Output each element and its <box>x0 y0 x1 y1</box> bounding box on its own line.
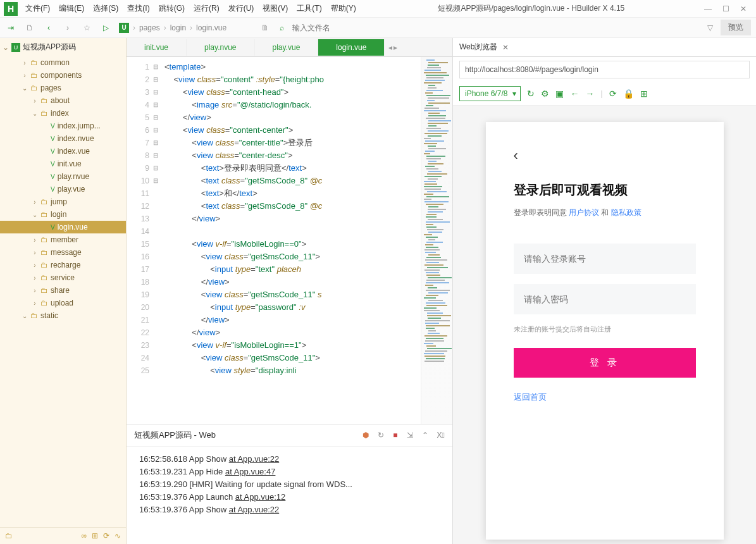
save-icon[interactable]: 🗋 <box>24 22 35 34</box>
editor-tab[interactable]: init.vue <box>127 39 187 56</box>
login-button[interactable]: 登 录 <box>514 348 696 378</box>
close-button[interactable]: ✕ <box>738 4 748 14</box>
menu-item[interactable]: 运行(R) <box>190 1 223 16</box>
footer-icon[interactable]: ⊞ <box>92 531 98 540</box>
menu-item[interactable]: 查找(I) <box>123 1 153 16</box>
tab-next-icon[interactable]: ▸ <box>393 43 397 52</box>
menu-item[interactable]: 发行(U) <box>225 1 258 16</box>
menu-item[interactable]: 视图(V) <box>259 1 292 16</box>
file-search-input[interactable] <box>292 23 419 32</box>
search-icon[interactable]: ⌕ <box>276 22 287 34</box>
tree-folder[interactable]: ›🗀 share <box>0 284 126 297</box>
lock-icon[interactable]: 🔒 <box>623 89 634 99</box>
user-agreement-link[interactable]: 用户协议 <box>569 208 599 217</box>
tree-file[interactable]: V init.vue <box>0 158 126 170</box>
menu-item[interactable]: 编辑(E) <box>55 1 88 16</box>
filter-icon[interactable]: ▽ <box>707 23 713 32</box>
menu-item[interactable]: 帮助(Y) <box>327 1 360 16</box>
tree-folder[interactable]: ›🗀 components <box>0 69 126 82</box>
folder-icon: 🗀 <box>40 197 48 206</box>
minimap[interactable] <box>421 57 452 424</box>
tree-file[interactable]: V index.vue <box>0 145 126 158</box>
back-nav-icon[interactable]: ← <box>570 89 579 99</box>
screenshot-icon[interactable]: ▣ <box>555 89 564 99</box>
collapse-icon[interactable]: ⌃ <box>422 431 428 440</box>
console-link[interactable]: at App.vue:47 <box>225 467 276 476</box>
tree-folder[interactable]: ›🗀 member <box>0 233 126 246</box>
tab-prev-icon[interactable]: ◂ <box>388 43 392 52</box>
tree-folder[interactable]: ›🗀 service <box>0 271 126 284</box>
account-input[interactable] <box>514 244 696 274</box>
tree-folder[interactable]: ›🗀 about <box>0 94 126 107</box>
tree-folder[interactable]: ⌄🗀 login <box>0 208 126 221</box>
explorer-icon[interactable]: 🗀 <box>5 531 13 540</box>
editor-tab[interactable]: play.nvue <box>187 39 254 56</box>
menu-item[interactable]: 文件(F) <box>22 1 54 16</box>
tree-file[interactable]: V login.vue <box>0 221 126 233</box>
run-icon[interactable]: ▷ <box>100 22 111 34</box>
reload-icon[interactable]: ↻ <box>378 431 384 440</box>
refresh-icon[interactable]: ↻ <box>527 89 535 99</box>
tree-folder[interactable]: ›🗀 recharge <box>0 259 126 271</box>
tree-file[interactable]: V index.jump... <box>0 120 126 132</box>
footer-icon[interactable]: ∞ <box>81 531 87 540</box>
reload-icon[interactable]: ⟳ <box>609 89 617 99</box>
back-icon[interactable]: ‹ <box>43 22 54 34</box>
grid-icon[interactable]: ⊞ <box>640 89 648 99</box>
gear-icon[interactable]: ⚙ <box>541 89 549 99</box>
menu-item[interactable]: 跳转(G) <box>155 1 189 16</box>
minimize-button[interactable]: — <box>703 4 713 14</box>
menu-item[interactable]: 选择(S) <box>89 1 122 16</box>
footer-icon[interactable]: ⟳ <box>103 531 109 540</box>
nav-icon[interactable]: ⇥ <box>5 22 16 34</box>
menu-item[interactable]: 工具(T) <box>293 1 325 16</box>
password-input[interactable] <box>514 284 696 314</box>
forward-nav-icon[interactable]: → <box>585 89 594 99</box>
stop-icon[interactable]: ■ <box>393 431 397 440</box>
tree-folder[interactable]: ›🗀 upload <box>0 297 126 309</box>
close-browser-icon[interactable]: ✕ <box>502 43 509 52</box>
tree-folder[interactable]: ⌄🗀 index <box>0 107 126 120</box>
tree-folder[interactable]: ›🗀 jump <box>0 195 126 208</box>
device-selector[interactable]: iPhone 6/7/8 <box>459 86 521 101</box>
editor-tab[interactable]: login.vue <box>318 39 385 56</box>
export-icon[interactable]: ⇲ <box>407 431 413 440</box>
breadcrumb-item[interactable]: login.vue <box>196 23 226 32</box>
tree-file[interactable]: V play.vue <box>0 183 126 195</box>
tree-file[interactable]: V index.nvue <box>0 132 126 145</box>
breadcrumb-item[interactable]: login <box>170 23 186 32</box>
tree-folder[interactable]: ›🗀 message <box>0 246 126 259</box>
console-link[interactable]: at App.vue:22 <box>229 505 280 514</box>
star-icon[interactable]: ☆ <box>81 22 92 34</box>
console-link[interactable]: at App.vue:22 <box>229 454 280 464</box>
tree-folder[interactable]: ⌄🗀 pages <box>0 82 126 94</box>
footer-icon[interactable]: ∿ <box>115 531 121 540</box>
code-editor[interactable]: <template> <view class="content" :style=… <box>159 57 421 424</box>
tree-label: jump <box>51 197 67 206</box>
close-console-icon[interactable]: X⃠ <box>437 431 445 440</box>
back-home-link[interactable]: 返回首页 <box>514 392 696 403</box>
maximize-button[interactable]: ☐ <box>721 4 731 14</box>
folder-icon: 🗀 <box>30 311 38 320</box>
folder-icon: 🗀 <box>30 58 38 67</box>
privacy-policy-link[interactable]: 隐私政策 <box>611 208 641 217</box>
editor-tab[interactable]: play.vue <box>255 39 319 56</box>
console-link[interactable]: at App.vue:12 <box>235 492 286 502</box>
tree-folder[interactable]: ⌄🗀 static <box>0 309 126 322</box>
tree-file[interactable]: V play.nvue <box>0 170 126 183</box>
forward-icon[interactable]: › <box>62 22 73 34</box>
address-input[interactable] <box>459 61 750 78</box>
back-arrow-icon[interactable]: ‹ <box>514 147 696 164</box>
breadcrumb-item[interactable]: pages <box>139 23 160 32</box>
tree-folder[interactable]: ›🗀 common <box>0 56 126 69</box>
console-title: 短视频APP源码 - Web <box>134 430 216 441</box>
file-search-icon[interactable]: 🗎 <box>259 22 271 34</box>
tree-label: upload <box>51 299 73 307</box>
bug-icon[interactable]: ⬢ <box>363 431 369 440</box>
folder-icon: 🗀 <box>40 299 48 307</box>
toolbar: ⇥ 🗋 ‹ › ☆ ▷ U › pages › login › login.vu… <box>0 18 756 38</box>
folder-icon: 🗀 <box>40 286 48 295</box>
folder-icon: 🗀 <box>30 83 38 92</box>
preview-button[interactable]: 预览 <box>721 20 751 35</box>
project-root[interactable]: ⌄ U 短视频APP源码 <box>0 38 126 56</box>
